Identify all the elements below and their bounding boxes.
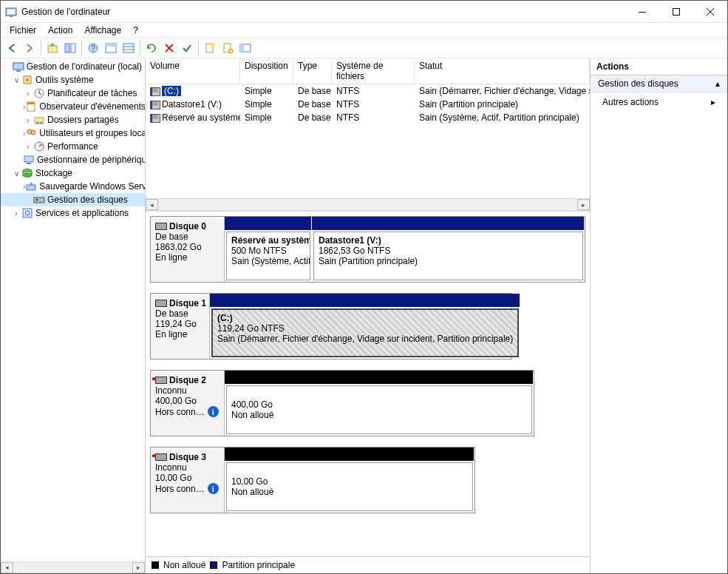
help-button[interactable]: ? [85,40,101,56]
scroll-track[interactable] [158,199,577,210]
volume-row[interactable]: Datastore1 (V:) Simple De base NTFS Sain… [146,98,590,111]
disk-block-2[interactable]: Disque 2 Inconnu 400,00 Go Hors conn…i 4… [150,370,534,436]
disk-side: Disque 1 De base 119,24 Go En ligne [151,294,210,359]
storage-icon [21,167,33,179]
disk-block-0[interactable]: Disque 0 De base 1863,02 Go En ligne Rés… [150,216,585,283]
tree-task-scheduler[interactable]: › Planificateur de tâches [1,87,145,100]
info-icon[interactable]: i [208,483,219,494]
properties-button[interactable] [220,40,236,56]
svg-point-29 [40,121,43,124]
partition-c[interactable]: (C:) 119,24 Go NTFS Sain (Démarrer, Fich… [211,308,519,357]
partition-header [312,217,585,230]
svg-rect-5 [48,46,57,53]
expand-icon[interactable]: › [23,143,33,151]
volume-row[interactable]: Réservé au système Simple De base NTFS S… [146,111,590,124]
collapse-icon[interactable]: ∨ [11,76,21,84]
expand-icon[interactable]: › [11,209,21,217]
app-icon [5,6,17,18]
volume-icon [150,114,160,123]
partition-unallocated[interactable]: 400,00 Go Non alloué [226,385,532,434]
menu-file[interactable]: Fichier [4,24,42,36]
list-button[interactable] [120,40,137,56]
scroll-left-button[interactable]: ◂ [1,562,13,573]
svg-rect-11 [106,44,116,47]
device-icon [23,154,35,166]
disks-graphical-view: Disque 0 De base 1863,02 Go En ligne Rés… [146,212,590,556]
volume-header: Volume Disposition Type Système de fichi… [146,58,590,84]
disk-hw-offline-icon [155,377,167,384]
disk-icon [33,194,45,206]
volume-icon [150,101,160,109]
collapse-arrow-icon: ▴ [715,78,720,89]
disk-block-3[interactable]: Disque 3 Inconnu 10,00 Go Hors conn…i 10… [150,447,475,513]
partition-header [210,294,520,307]
partition-reserved[interactable]: Réservé au système 500 Mo NTFS Sain (Sys… [226,232,310,280]
tools-icon [21,74,33,86]
tree-event-viewer[interactable]: › Observateur d'événements [1,100,145,113]
disk-side: Disque 0 De base 1863,02 Go En ligne [151,217,225,282]
tree-device-manager[interactable]: Gestionnaire de périphériques [1,153,145,166]
tree-shared-folders[interactable]: › Dossiers partagés [1,113,145,126]
svg-rect-33 [24,156,33,162]
options-button[interactable] [237,40,254,56]
collapse-icon[interactable]: ∨ [11,169,21,178]
navigation-tree[interactable]: Gestion de l'ordinateur (local) ∨ Outils… [1,58,145,561]
info-icon[interactable]: i [208,406,219,417]
tree-backup[interactable]: › Sauvegarde Windows Server [1,180,145,193]
disk-hw-icon [155,300,167,307]
up-button[interactable] [44,40,61,56]
tree-users-groups[interactable]: › Utilisateurs et groupes locaux [1,126,145,140]
volumes-hscrollbar[interactable]: ◂ ▸ [146,198,590,211]
col-status[interactable]: Statut [415,58,590,84]
services-icon [21,207,33,219]
menu-view[interactable]: Affichage [78,24,127,36]
partition-unallocated[interactable]: 10,00 Go Non alloué [226,462,473,511]
disk-block-1[interactable]: Disque 1 De base 119,24 Go En ligne (C:)… [150,293,512,359]
col-layout[interactable]: Disposition [240,58,293,84]
back-button[interactable] [4,40,20,56]
maximize-button[interactable] [659,1,693,22]
svg-rect-38 [27,185,35,190]
col-volume[interactable]: Volume [146,58,240,84]
minimize-button[interactable] [625,1,659,22]
tree-storage[interactable]: ∨ Stockage [1,166,145,180]
tree-pane: Gestion de l'ordinateur (local) ∨ Outils… [1,58,146,573]
refresh-button[interactable] [143,40,160,56]
tree-root[interactable]: Gestion de l'ordinateur (local) [1,60,145,73]
show-hide-tree-button[interactable] [62,40,78,56]
tree-system-tools[interactable]: ∨ Outils système [1,73,145,87]
legend-unallocated-swatch [152,561,159,569]
forward-button[interactable] [21,40,38,56]
tree-performance[interactable]: › Performance [1,140,145,153]
scroll-track[interactable] [13,562,132,573]
menu-help[interactable]: ? [127,24,144,36]
folder-share-icon [33,114,45,126]
svg-text:?: ? [91,44,95,53]
scroll-left-button[interactable]: ◂ [146,199,158,210]
new-button[interactable] [202,40,218,56]
menu-action[interactable]: Action [42,24,78,36]
backup-icon [25,180,37,192]
tree-disk-management[interactable]: Gestion des disques [1,193,145,206]
scroll-right-button[interactable]: ▸ [132,562,145,573]
submenu-arrow-icon: ▸ [711,97,715,107]
check-button[interactable] [179,40,195,56]
disk-side: Disque 2 Inconnu 400,00 Go Hors conn…i [151,371,225,436]
partition-datastore[interactable]: Datastore1 (V:) 1862,53 Go NTFS Sain (Pa… [313,232,583,280]
col-type[interactable]: Type [293,58,332,84]
actions-more[interactable]: Autres actions ▸ [591,92,727,112]
actions-title: Actions [591,58,727,75]
actions-section[interactable]: Gestion des disques ▴ [591,75,727,92]
scroll-right-button[interactable]: ▸ [577,199,590,210]
tree-hscrollbar[interactable]: ◂ ▸ [1,561,145,573]
volume-row[interactable]: (C:) Simple De base NTFS Sain (Démarrer,… [146,84,590,98]
legend-primary-swatch [210,561,217,569]
tree-services[interactable]: › Services et applications [1,206,145,220]
expand-icon[interactable]: › [23,116,33,124]
layout-button[interactable] [103,40,119,56]
volume-list[interactable]: Volume Disposition Type Système de fichi… [146,58,590,212]
close-button[interactable] [693,1,727,22]
expand-icon[interactable]: › [23,90,33,98]
col-fs[interactable]: Système de fichiers [332,58,415,84]
delete-button[interactable] [161,40,177,56]
